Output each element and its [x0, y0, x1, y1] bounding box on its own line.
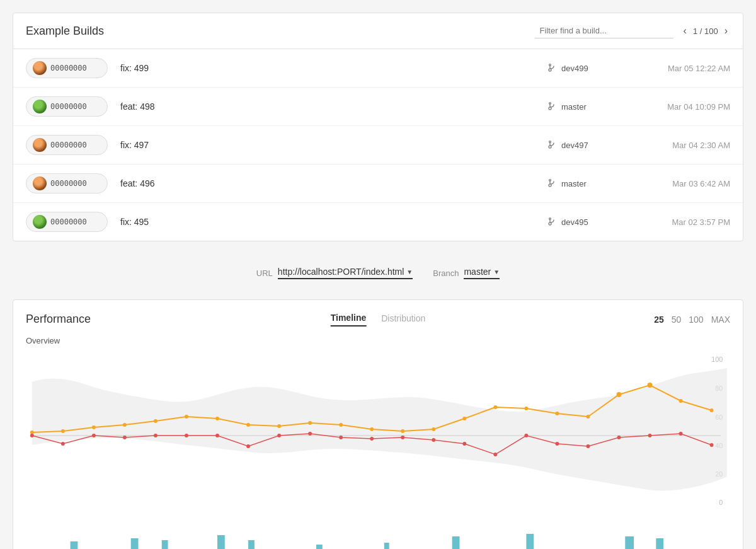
svg-point-47	[401, 436, 404, 439]
svg-point-52	[555, 442, 559, 446]
builds-header: Example Builds ‹ 1 / 100 ›	[13, 13, 743, 49]
svg-point-16	[154, 419, 158, 423]
svg-point-55	[648, 434, 652, 437]
build-time: Mar 04 2:30 AM	[636, 141, 730, 150]
perf-title: Performance	[26, 313, 91, 326]
build-id-pill: 00000000	[26, 173, 108, 194]
branch-dropdown-arrow: ▼	[493, 269, 500, 275]
build-time: Mar 03 6:42 AM	[636, 179, 730, 188]
svg-point-14	[92, 425, 96, 429]
range-max[interactable]: MAX	[711, 315, 730, 325]
chart-area: 100 80 60 40 20 0	[26, 350, 730, 549]
build-row[interactable]: 00000000 fix: 495 dev495 Mar 02 3:57 PM	[13, 203, 743, 241]
range-25[interactable]: 25	[654, 315, 664, 325]
build-branch: master	[547, 101, 623, 112]
build-message: feat: 496	[120, 178, 535, 188]
range-50[interactable]: 50	[672, 315, 682, 325]
branch-label: Branch	[433, 269, 459, 278]
perf-header-wrapper: Performance Timeline Distribution 25 50 …	[26, 313, 730, 326]
build-row[interactable]: 00000000 feat: 498 master Mar 04 10:09 P…	[13, 88, 743, 126]
builds-section: Example Builds ‹ 1 / 100 › 00000000 fix:…	[13, 13, 743, 241]
svg-point-43	[277, 434, 281, 437]
pagination: ‹ 1 / 100 ›	[681, 24, 730, 38]
branch-icon	[547, 140, 558, 150]
next-page-button[interactable]: ›	[722, 24, 730, 38]
svg-point-28	[524, 407, 528, 410]
branch-name: dev497	[561, 141, 588, 150]
svg-point-57	[710, 443, 714, 447]
branch-icon	[547, 63, 558, 73]
branch-name: dev495	[561, 217, 588, 227]
svg-point-26	[462, 417, 466, 420]
tab-distribution[interactable]: Distribution	[381, 313, 425, 326]
branch-icon	[547, 178, 558, 188]
overview-label: Overview	[26, 336, 730, 345]
build-message: feat: 498	[120, 101, 535, 112]
svg-point-34	[710, 408, 714, 412]
prev-page-button[interactable]: ‹	[681, 24, 689, 38]
build-branch: master	[547, 178, 623, 188]
svg-rect-66	[526, 534, 534, 549]
avatar	[33, 138, 47, 152]
build-id: 00000000	[50, 217, 87, 226]
filter-input[interactable]	[535, 23, 673, 38]
branch-name: dev499	[561, 64, 588, 73]
build-time: Mar 02 3:57 PM	[636, 217, 730, 227]
svg-point-50	[493, 453, 497, 456]
svg-point-37	[92, 434, 96, 437]
builds-title: Example Builds	[26, 25, 104, 38]
build-id: 00000000	[50, 102, 87, 111]
svg-rect-64	[384, 543, 389, 549]
builds-header-controls: ‹ 1 / 100 ›	[535, 23, 730, 38]
tab-timeline[interactable]: Timeline	[331, 313, 367, 327]
range-100[interactable]: 100	[689, 315, 703, 325]
branch-dropdown[interactable]: master ▼	[464, 267, 500, 279]
build-id-pill: 00000000	[26, 96, 108, 117]
svg-point-42	[246, 444, 250, 448]
svg-point-22	[339, 423, 343, 427]
svg-point-40	[185, 434, 188, 437]
build-row[interactable]: 00000000 fix: 497 dev497 Mar 04 2:30 AM	[13, 126, 743, 165]
svg-point-41	[215, 434, 219, 437]
svg-point-24	[401, 429, 404, 433]
svg-rect-65	[452, 536, 460, 549]
build-row[interactable]: 00000000 fix: 499 dev499 Mar 05 12:22 AM	[13, 49, 743, 88]
performance-section: Performance Timeline Distribution 25 50 …	[13, 299, 743, 549]
svg-point-32	[648, 383, 653, 388]
bar-chart	[26, 529, 730, 549]
svg-point-19	[246, 423, 250, 427]
svg-point-35	[30, 434, 34, 437]
build-time: Mar 05 12:22 AM	[636, 64, 730, 73]
builds-list: 00000000 fix: 499 dev499 Mar 05 12:22 AM…	[13, 49, 743, 241]
svg-point-15	[123, 423, 127, 427]
svg-point-45	[339, 436, 343, 439]
url-dropdown-arrow: ▼	[406, 269, 413, 275]
build-id-pill: 00000000	[26, 212, 108, 232]
build-message: fix: 495	[120, 217, 535, 227]
svg-point-54	[617, 436, 621, 439]
svg-point-56	[679, 432, 683, 436]
branch-name: master	[561, 102, 587, 112]
build-time: Mar 04 10:09 PM	[636, 102, 730, 112]
svg-point-25	[432, 427, 435, 431]
url-control-group: URL http://localhost:PORT/index.html ▼	[256, 267, 413, 279]
svg-point-48	[432, 438, 435, 442]
build-branch: dev497	[547, 140, 623, 150]
build-row[interactable]: 00000000 feat: 496 master Mar 03 6:42 AM	[13, 165, 743, 203]
svg-text:0: 0	[719, 499, 723, 506]
branch-control-group: Branch master ▼	[433, 267, 500, 279]
build-id: 00000000	[50, 141, 87, 149]
svg-point-33	[679, 399, 683, 403]
svg-text:100: 100	[711, 355, 723, 363]
controls-bar: URL http://localhost:PORT/index.html ▼ B…	[13, 257, 743, 289]
svg-point-29	[555, 412, 559, 415]
svg-rect-58	[71, 541, 78, 549]
avatar	[33, 100, 47, 113]
svg-point-53	[586, 444, 590, 448]
svg-rect-61	[217, 535, 225, 549]
svg-rect-59	[131, 538, 139, 549]
svg-point-20	[277, 424, 281, 428]
url-dropdown[interactable]: http://localhost:PORT/index.html ▼	[278, 267, 413, 279]
branch-name: master	[561, 179, 587, 188]
svg-point-44	[308, 432, 312, 436]
